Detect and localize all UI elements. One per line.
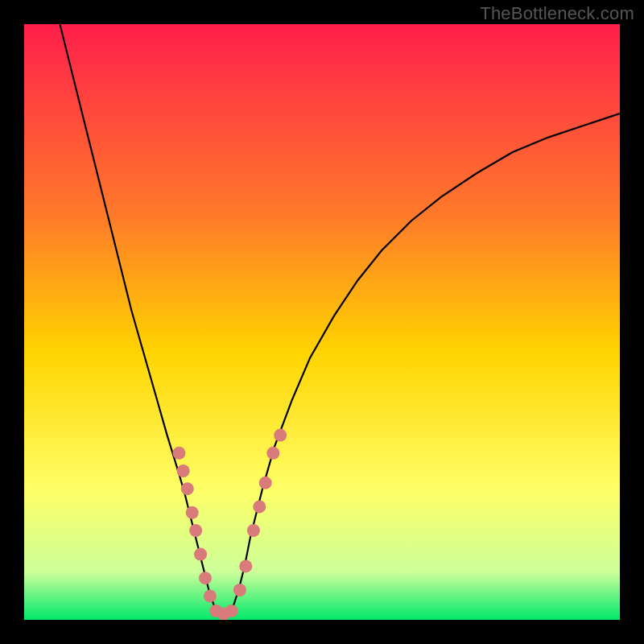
watermark-text: TheBottleneck.com	[480, 3, 634, 24]
highlight-point	[181, 482, 194, 495]
highlight-point	[259, 477, 272, 489]
highlight-point	[239, 559, 252, 572]
highlight-point	[172, 447, 185, 460]
highlight-point	[274, 429, 287, 442]
highlight-point	[225, 605, 238, 617]
highlight-point	[186, 506, 199, 519]
highlight-point	[199, 572, 212, 584]
highlight-point	[177, 464, 190, 477]
chart-frame	[24, 24, 620, 620]
highlight-point	[189, 524, 202, 537]
highlight-point	[253, 500, 266, 513]
highlight-points-group	[172, 429, 287, 620]
bottleneck-curve	[60, 24, 620, 614]
highlight-point	[247, 524, 260, 537]
highlight-point	[204, 589, 217, 602]
highlight-point	[266, 447, 279, 460]
chart-plot-area	[24, 24, 620, 620]
highlight-point	[233, 584, 246, 597]
highlight-point	[194, 548, 207, 561]
